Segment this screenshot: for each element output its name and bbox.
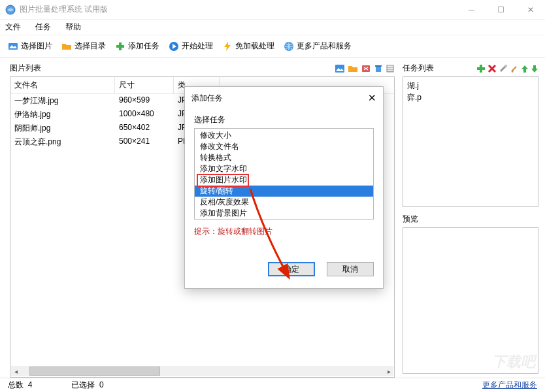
folder-icon [61,41,72,52]
cell-name: 伊洛纳.jpg [10,108,115,122]
menu-file[interactable]: 文件 [5,22,21,33]
status-total-value: 4 [28,380,33,389]
scroll-thumb[interactable] [29,367,160,376]
cell-name: 一梦江湖.jpg [10,94,115,108]
task-option[interactable]: 添加文字水印 [195,163,373,174]
menu-help[interactable]: 帮助 [65,22,81,33]
start-process-button[interactable]: 开始处理 [166,39,216,54]
select-directory-button[interactable]: 选择目录 [59,39,108,54]
image-list-header: 图片列表 [10,63,41,74]
more-products-button[interactable]: 更多产品和服务 [281,39,354,54]
svg-rect-3 [116,45,124,48]
mini-list-icon[interactable] [386,64,395,73]
no-load-process-button[interactable]: 免加载处理 [220,39,277,54]
status-selected-label: 已选择 [71,380,95,389]
menu-task[interactable]: 任务 [35,22,51,33]
task-option[interactable]: 修改文件名 [195,141,373,152]
window-minimize-button[interactable]: ─ [457,0,486,20]
task-option[interactable]: 转换格式 [195,152,373,163]
dialog-title: 添加任务 [191,93,223,104]
cell-size: 1000×480 [115,108,174,122]
task-move-down-icon[interactable] [531,64,538,73]
task-add-icon[interactable] [476,64,486,73]
status-more-products-link[interactable]: 更多产品和服务 [482,380,537,391]
add-task-label: 添加任务 [128,41,159,52]
task-option[interactable]: 裁剪图片 [195,219,373,220]
cell-name: 云顶之弈.png [10,135,115,149]
dialog-cancel-button[interactable]: 取消 [327,262,374,276]
task-options-list[interactable]: 修改大小修改文件名转换格式添加文字水印添加图片水印旋转/翻转反相/灰度效果添加背… [194,128,374,220]
task-option[interactable]: 修改大小 [195,130,373,141]
cell-size: 500×241 [115,135,174,149]
cell-size: 650×402 [115,122,174,135]
globe-icon [284,41,294,52]
select-directory-label: 选择目录 [74,41,106,52]
status-selected-value: 0 [99,380,104,389]
select-images-label: 选择图片 [21,41,52,52]
plus-icon [115,41,125,52]
mini-folder-icon[interactable] [348,64,358,73]
mini-trash-icon[interactable] [374,64,383,73]
svg-rect-11 [477,67,485,70]
task-move-up-icon[interactable] [521,64,529,73]
window-titlebar: 图片批量处理系统 试用版 ─ ☐ ✕ [0,0,545,20]
side-pane: 任务列表 湖.j弈.p 预览 下载吧 [399,57,545,378]
status-total-label: 总数 [8,380,24,389]
task-settings-icon[interactable] [499,64,508,73]
main-toolbar: 选择图片 选择目录 添加任务 开始处理 免加载处理 更多产品和服务 [0,35,545,57]
task-list-header: 任务列表 [403,63,434,74]
lightning-icon [222,41,233,52]
window-maximize-button[interactable]: ☐ [486,0,516,20]
task-list-box[interactable]: 湖.j弈.p [403,76,538,207]
cell-name: 阴阳师.jpg [10,122,115,135]
start-process-label: 开始处理 [182,41,213,52]
svg-rect-6 [335,65,344,73]
mini-remove-icon[interactable] [361,64,371,73]
scroll-left-arrow[interactable]: ◂ [11,367,20,376]
task-delete-icon[interactable] [487,64,497,73]
dialog-hint-text: 旋转或翻转图片 [218,227,272,236]
svg-rect-8 [375,65,382,67]
task-option[interactable]: 旋转/翻转 [195,186,373,197]
task-list-item[interactable]: 弈.p [407,91,534,103]
task-option[interactable]: 添加图片水印 [195,174,373,186]
dialog-ok-button[interactable]: 确定 [268,262,315,276]
menubar: 文件 任务 帮助 [0,20,545,35]
svg-point-12 [504,65,507,67]
app-icon [5,5,16,15]
dialog-hint-prefix: 提示： [194,227,218,236]
add-task-dialog: 添加任务 ✕ 选择任务 修改大小修改文件名转换格式添加文字水印添加图片水印旋转/… [184,86,384,289]
dialog-select-task-label: 选择任务 [194,114,374,125]
no-load-process-label: 免加载处理 [235,41,274,52]
window-close-button[interactable]: ✕ [516,0,545,20]
scroll-right-arrow[interactable]: ▸ [384,367,393,376]
task-option[interactable]: 添加背景图片 [195,208,373,219]
task-list-toolbar [476,64,538,73]
image-list-toolbar [335,64,395,73]
more-products-label: 更多产品和服务 [297,41,352,52]
watermark-text: 下载吧 [492,352,535,372]
select-images-button[interactable]: 选择图片 [5,39,55,54]
col-header-size[interactable]: 尺寸 [115,77,174,93]
add-task-button[interactable]: 添加任务 [112,39,162,54]
col-header-name[interactable]: 文件名 [10,77,115,93]
preview-label: 预览 [403,214,538,225]
cell-size: 960×599 [115,94,174,108]
dialog-close-button[interactable]: ✕ [368,92,376,104]
mini-image-icon[interactable] [335,64,345,73]
task-clean-icon[interactable] [510,64,519,73]
task-option[interactable]: 反相/灰度效果 [195,197,373,208]
preview-box: 下载吧 [403,227,538,374]
horizontal-scrollbar[interactable]: ◂ ▸ [11,366,393,376]
window-title: 图片批量处理系统 试用版 [20,4,457,15]
image-icon [8,41,18,52]
task-list-item[interactable]: 湖.j [407,80,534,91]
dialog-hint: 提示：旋转或翻转图片 [194,226,374,237]
statusbar: 总数 4 已选择 0 更多产品和服务 [0,378,545,392]
play-icon [169,41,179,52]
